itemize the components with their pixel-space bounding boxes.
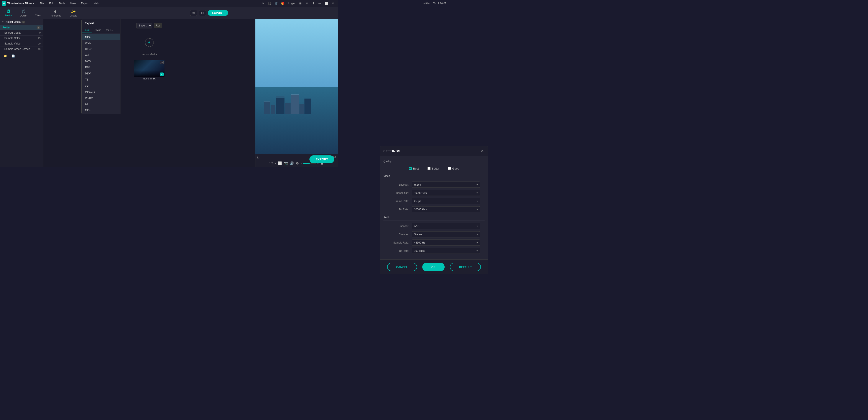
file-btn[interactable]: 📄	[10, 54, 17, 58]
export-tab-device[interactable]: Device	[92, 27, 103, 33]
export-tab-local[interactable]: Local	[82, 27, 92, 33]
main-toolbar: 🖼 Media 🎵 Audio T Titles ⧫ Transitions ✨…	[0, 7, 338, 19]
import-area: Import Rec	[43, 19, 255, 32]
export-toolbar-button[interactable]: EXPORT	[208, 10, 228, 16]
toolbar-media-label: Media	[5, 14, 12, 17]
format-mkv[interactable]: MKV	[82, 70, 120, 77]
menu-edit[interactable]: Edit	[47, 1, 56, 6]
project-media-row[interactable]: ▼ Project Media 3	[2, 21, 25, 24]
copy-icon: ⧉	[192, 11, 195, 15]
format-gif[interactable]: GIF	[82, 101, 120, 107]
project-media-header: ▼ Project Media 3	[0, 19, 43, 25]
format-mp4[interactable]: MP4	[82, 34, 120, 40]
right-panel: { } 00:00:00:00 1/2 ▾ ⬜ 📷 🔊 ⚙ − + ⏸ EXPO…	[255, 19, 338, 167]
center-panel: Import Rec + Import Media ✓ ⊡ Rome in	[43, 19, 255, 167]
minimize-button[interactable]: —	[317, 1, 323, 6]
thumb-preview: ✓ ⊡	[134, 60, 164, 77]
format-mov[interactable]: MOV	[82, 58, 120, 64]
sidebar-item-sample-color[interactable]: Sample Color 25	[0, 36, 43, 41]
format-webm[interactable]: WEBM	[82, 95, 120, 101]
folder-btn[interactable]: 📁	[2, 54, 9, 58]
menu-view[interactable]: View	[68, 1, 78, 6]
download-icon[interactable]: ⬇	[310, 1, 316, 6]
thumbnail-label: Rome in 4K	[134, 77, 164, 80]
toolbar-audio[interactable]: 🎵 Audio	[19, 8, 28, 18]
media-thumbnail-area: + Import Media ✓ ⊡ Rome in 4K	[43, 32, 255, 167]
settings-icon[interactable]: ⚙	[296, 161, 299, 166]
preview-image	[255, 19, 338, 154]
screenshot-icon[interactable]: 📷	[284, 161, 288, 166]
chevron-down-preview[interactable]: ▾	[275, 162, 276, 165]
format-3gp[interactable]: 3GP	[82, 83, 120, 89]
export-tab-youtube[interactable]: YouTu...	[103, 27, 116, 33]
app-logo: W Wondershare Filmora	[2, 1, 34, 6]
sample-color-count: 25	[38, 37, 40, 39]
titles-icon: T	[37, 9, 39, 14]
thumb-check-icon: ✓	[160, 72, 164, 76]
sample-video-count: 20	[38, 42, 40, 45]
format-ts[interactable]: TS	[82, 77, 120, 83]
layout-icon: ⊟	[201, 11, 204, 15]
right-brace-icon[interactable]: }	[258, 155, 259, 159]
toolbar-transitions-label: Transitions	[50, 14, 61, 17]
folder-row[interactable]: Folder 3	[0, 25, 43, 30]
import-dropdown[interactable]: Import	[136, 23, 152, 28]
close-button[interactable]: ✕	[330, 1, 336, 6]
sun-icon[interactable]: ☀	[260, 1, 266, 6]
window-controls: ☀ 🎧 🛒 🎁 Login ⊞ ✉ ⬇ — ⬜ ✕	[260, 1, 336, 6]
preview-area	[255, 19, 338, 154]
title-bar: W Wondershare Filmora File Edit Tools Vi…	[0, 0, 338, 7]
toolbar-effects[interactable]: ✨ Effects	[68, 8, 79, 18]
export-tabs: Local Device YouTu...	[82, 27, 120, 33]
fullscreen-icon[interactable]: ⬜	[278, 161, 282, 166]
format-avi[interactable]: AVI	[82, 52, 120, 58]
transitions-icon: ⧫	[54, 9, 56, 14]
menu-file[interactable]: File	[37, 1, 46, 6]
format-list: MP4 WMV HEVC AVI MOV F4V MKV TS 3GP MPEG…	[82, 33, 120, 114]
toolbar-effects-label: Effects	[70, 14, 77, 17]
export-main-button[interactable]: EXPORT	[309, 155, 334, 163]
format-mp3[interactable]: MP3	[82, 107, 120, 113]
gift-icon[interactable]: 🎁	[280, 1, 286, 6]
page-indicator: 1/2	[269, 162, 273, 165]
main-layout: ▼ Project Media 3 Folder 3 Shared Media …	[0, 19, 338, 167]
format-f4v[interactable]: F4V	[82, 64, 120, 70]
media-thumbnail[interactable]: ✓ ⊡ Rome in 4K	[134, 60, 164, 80]
folder-icon: 📁	[4, 55, 7, 58]
folder-count: 3	[37, 26, 40, 29]
zoom-out-icon[interactable]: −	[301, 162, 302, 165]
chevron-down-icon: ▼	[2, 21, 4, 23]
toolbar-media[interactable]: 🖼 Media	[3, 8, 13, 18]
folder-label: Folder	[3, 26, 11, 29]
maximize-button[interactable]: ⬜	[323, 1, 330, 6]
format-wmv[interactable]: WMV	[82, 40, 120, 46]
record-button[interactable]: Rec	[154, 23, 162, 28]
import-plus-btn[interactable]: +	[145, 38, 154, 47]
volume-icon[interactable]: 🔊	[290, 161, 294, 166]
import-media-label: Import Media	[142, 53, 157, 56]
shared-media-label: Shared Media	[4, 31, 21, 34]
toolbar-transitions[interactable]: ⧫ Transitions	[48, 8, 63, 18]
toolbar-titles[interactable]: T Titles	[33, 8, 42, 18]
login-button[interactable]: Login	[286, 2, 297, 5]
format-mpeg2[interactable]: MPEG-2	[82, 89, 120, 95]
sidebar-item-sample-video[interactable]: Sample Video 20	[0, 41, 43, 47]
toolbar-center: ⧉ ⊟ EXPORT	[84, 10, 334, 16]
menu-tools[interactable]: Tools	[57, 1, 67, 6]
audio-icon: 🎵	[21, 9, 26, 14]
toolbar-audio-label: Audio	[21, 14, 27, 17]
file-icon: 📄	[12, 55, 15, 58]
headphone-icon[interactable]: 🎧	[267, 1, 273, 6]
menu-help[interactable]: Help	[92, 1, 101, 6]
sample-video-label: Sample Video	[4, 42, 21, 45]
media-icon: 🖼	[6, 9, 10, 14]
format-hevc[interactable]: HEVC	[82, 46, 120, 52]
mail-icon[interactable]: ✉	[304, 1, 310, 6]
cart-icon[interactable]: 🛒	[273, 1, 279, 6]
restore-icon[interactable]: ⊞	[297, 1, 303, 6]
menu-export[interactable]: Export	[79, 1, 91, 6]
sample-green-screen-label: Sample Green Screen	[4, 48, 30, 51]
sidebar-item-shared-media[interactable]: Shared Media 0	[0, 30, 43, 36]
sidebar-item-sample-green-screen[interactable]: Sample Green Screen 10	[0, 47, 43, 52]
export-panel-title: Export	[85, 22, 94, 25]
